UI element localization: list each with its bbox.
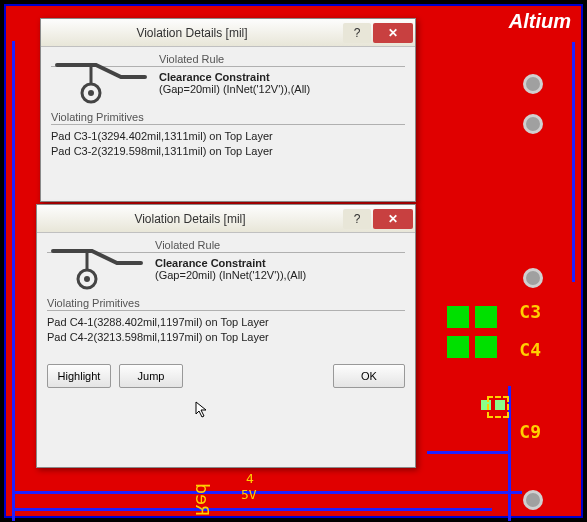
smd-pad (475, 336, 497, 358)
jump-button[interactable]: Jump (119, 364, 183, 388)
mirror-text: Red (192, 483, 213, 516)
help-icon: ? (354, 26, 361, 40)
trace (12, 508, 492, 511)
clearance-diagram-icon (47, 239, 147, 297)
violating-primitives-heading: Violating Primitives (47, 297, 405, 311)
silk-outline (487, 396, 509, 418)
close-button[interactable]: ✕ (373, 209, 413, 229)
help-button[interactable]: ? (343, 23, 371, 43)
help-icon: ? (354, 212, 361, 226)
pad-hole (523, 74, 543, 94)
smd-pad (475, 306, 497, 328)
violation-dialog-2[interactable]: Violation Details [mil] ? ✕ Violated Rul… (36, 204, 416, 468)
titlebar[interactable]: Violation Details [mil] ? ✕ (37, 205, 415, 233)
primitive-line: Pad C3-1(3294.402mil,1311mil) on Top Lay… (51, 129, 405, 144)
primitive-line: Pad C4-1(3288.402mil,1197mil) on Top Lay… (47, 315, 405, 330)
dialog-body: Violated Rule Clearance Constraint (Gap=… (41, 47, 415, 170)
help-button[interactable]: ? (343, 209, 371, 229)
net-number: 4 (246, 471, 254, 486)
svg-point-2 (88, 90, 94, 96)
dialog-body: Violated Rule Clearance Constraint (Gap=… (37, 233, 415, 356)
cursor-icon (195, 401, 209, 419)
trace (12, 41, 15, 521)
pad-hole (523, 114, 543, 134)
brand-logo: Altium (509, 10, 571, 33)
clearance-diagram-icon (51, 53, 151, 111)
ok-button[interactable]: OK (333, 364, 405, 388)
smd-pad (447, 336, 469, 358)
trace (572, 42, 575, 282)
close-icon: ✕ (388, 212, 398, 226)
comp-label-c3: C3 (519, 301, 541, 322)
trace (12, 491, 522, 494)
pad-hole (523, 268, 543, 288)
trace (427, 451, 511, 454)
primitive-line: Pad C4-2(3213.598mil,1197mil) on Top Lay… (47, 330, 405, 345)
highlight-button[interactable]: Highlight (47, 364, 111, 388)
primitive-line: Pad C3-2(3219.598mil,1311mil) on Top Lay… (51, 144, 405, 159)
pad-hole (523, 490, 543, 510)
comp-label-c9: C9 (519, 421, 541, 442)
close-button[interactable]: ✕ (373, 23, 413, 43)
button-row: Highlight Jump OK (37, 356, 415, 398)
smd-pad (447, 306, 469, 328)
dialog-title: Violation Details [mil] (37, 212, 343, 226)
titlebar[interactable]: Violation Details [mil] ? ✕ (41, 19, 415, 47)
violation-dialog-1[interactable]: Violation Details [mil] ? ✕ Violated Rul… (40, 18, 416, 202)
comp-label-c4: C4 (519, 339, 541, 360)
violating-primitives-heading: Violating Primitives (51, 111, 405, 125)
svg-point-5 (84, 276, 90, 282)
net-name: 5V (241, 487, 257, 502)
close-icon: ✕ (388, 26, 398, 40)
dialog-title: Violation Details [mil] (41, 26, 343, 40)
